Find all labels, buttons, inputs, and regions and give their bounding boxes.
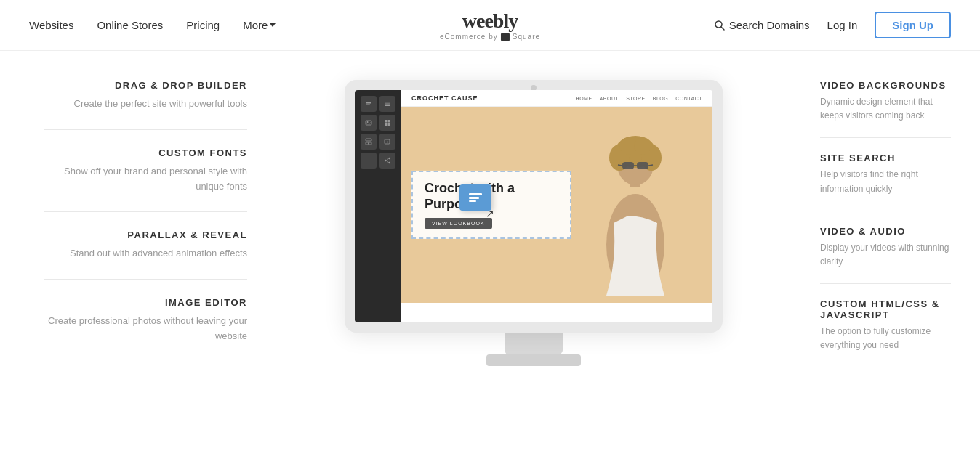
nav-link-home: HOME <box>576 96 593 101</box>
svg-point-19 <box>388 158 390 159</box>
builder-icon-text <box>361 96 377 112</box>
logo-wordmark: weebly <box>462 9 518 33</box>
builder-icon-share <box>379 153 395 169</box>
feature-image-editor-desc: Create professional photos without leavi… <box>44 314 247 344</box>
builder-icon-image <box>361 115 377 131</box>
feature-image-editor-title: IMAGE EDITOR <box>44 297 247 308</box>
builder-sidebar <box>355 90 401 322</box>
site-logo: CROCHET CAUSE <box>411 94 478 102</box>
svg-rect-24 <box>469 193 482 195</box>
site-nav: CROCHET CAUSE HOME ABOUT STORE BLOG CONT… <box>401 90 712 107</box>
feature-custom-fonts-title: CUSTOM FONTS <box>44 147 247 158</box>
builder-icon-grid <box>379 115 395 131</box>
search-icon <box>715 20 725 31</box>
feature-video-audio: VIDEO & AUDIO Display your videos with s… <box>820 226 951 284</box>
nav-pricing[interactable]: Pricing <box>186 19 220 31</box>
svg-rect-18 <box>366 158 371 163</box>
svg-point-34 <box>634 137 651 155</box>
builder-icon-video <box>379 134 395 150</box>
monitor-frame: ↗ CROCHET CAUSE HOME ABOUT STORE BLOG CO… <box>345 80 723 333</box>
svg-rect-4 <box>385 102 390 102</box>
svg-line-1 <box>721 27 724 30</box>
svg-rect-36 <box>637 162 648 169</box>
svg-rect-6 <box>385 105 390 106</box>
nav-online-stores[interactable]: Online Stores <box>97 19 163 31</box>
feature-video-bg-title: VIDEO BACKGROUNDS <box>820 80 951 91</box>
feature-parallax-desc: Stand out with advanced animation effect… <box>44 246 247 261</box>
svg-rect-5 <box>385 103 390 104</box>
feature-custom-html-desc: The option to fully customize everything… <box>820 325 951 352</box>
header: Websites Online Stores Pricing More weeb… <box>0 0 980 51</box>
svg-point-0 <box>715 21 722 28</box>
main-content: DRAG & DROP BUILDER Create the perfect s… <box>0 51 980 401</box>
feature-drag-drop: DRAG & DROP BUILDER Create the perfect s… <box>44 80 247 130</box>
nav-link-contact: CONTACT <box>675 96 702 101</box>
monitor-screen: ↗ CROCHET CAUSE HOME ABOUT STORE BLOG CO… <box>355 90 712 322</box>
chevron-down-icon <box>270 23 276 27</box>
hero-text-box: Crochet with a Purpose VIEW LOOKBOOK <box>411 171 571 239</box>
nav-left: Websites Online Stores Pricing More <box>29 19 276 31</box>
feature-video-audio-title: VIDEO & AUDIO <box>820 226 951 237</box>
feature-custom-fonts-desc: Show off your brand and personal style w… <box>44 164 247 195</box>
svg-rect-15 <box>369 142 372 145</box>
builder-icon-shape <box>361 153 377 169</box>
svg-rect-3 <box>366 105 370 106</box>
svg-rect-9 <box>385 120 387 123</box>
builder-icon-menu <box>379 96 395 112</box>
feature-custom-html-title: CUSTOM HTML/CSS & JAVASCRIPT <box>820 299 951 320</box>
cursor-icon: ↗ <box>486 208 496 222</box>
svg-point-21 <box>388 162 390 163</box>
site-hero: Crochet with a Purpose VIEW LOOKBOOK <box>401 107 712 303</box>
nav-right: Search Domains Log In Sign Up <box>715 12 951 38</box>
nav-link-blog: BLOG <box>653 96 668 101</box>
svg-rect-13 <box>366 139 371 141</box>
feature-site-search: SITE SEARCH Help visitors find the right… <box>820 153 951 211</box>
logo: weebly eCommerce by Square <box>440 9 540 41</box>
nav-more[interactable]: More <box>243 19 276 31</box>
feature-parallax: PARALLAX & REVEAL Stand out with advance… <box>44 230 247 280</box>
svg-line-38 <box>618 165 622 166</box>
search-domains-link[interactable]: Search Domains <box>715 19 810 31</box>
center-monitor: ↗ CROCHET CAUSE HOME ABOUT STORE BLOG CO… <box>247 80 820 366</box>
feature-video-audio-desc: Display your videos with stunning clarit… <box>820 241 951 269</box>
hero-person-image <box>565 107 705 303</box>
svg-rect-26 <box>469 200 476 202</box>
nav-link-about: ABOUT <box>600 96 619 101</box>
feature-site-search-title: SITE SEARCH <box>820 153 951 163</box>
hero-cta-button: VIEW LOOKBOOK <box>425 218 492 229</box>
nav-websites[interactable]: Websites <box>29 19 73 31</box>
svg-rect-25 <box>469 197 479 199</box>
left-features: DRAG & DROP BUILDER Create the perfect s… <box>0 80 247 379</box>
feature-drag-drop-desc: Create the perfect site with powerful to… <box>44 97 247 112</box>
feature-image-editor: IMAGE EDITOR Create professional photos … <box>44 297 247 362</box>
site-nav-links: HOME ABOUT STORE BLOG CONTACT <box>576 96 702 101</box>
svg-rect-11 <box>385 123 387 126</box>
svg-point-8 <box>367 121 369 123</box>
signup-button[interactable]: Sign Up <box>875 12 951 38</box>
svg-rect-35 <box>622 162 634 169</box>
svg-marker-17 <box>387 141 389 143</box>
feature-parallax-title: PARALLAX & REVEAL <box>44 230 247 240</box>
svg-point-20 <box>385 160 386 161</box>
svg-rect-10 <box>388 120 391 123</box>
svg-line-22 <box>387 159 389 161</box>
builder-icon-layout <box>361 134 377 150</box>
monitor-stand <box>505 333 563 354</box>
svg-rect-12 <box>388 123 391 126</box>
svg-rect-2 <box>366 102 371 104</box>
svg-line-23 <box>387 161 389 163</box>
nav-link-store: STORE <box>626 96 646 101</box>
feature-custom-html: CUSTOM HTML/CSS & JAVASCRIPT The option … <box>820 299 951 367</box>
svg-rect-14 <box>366 142 369 145</box>
logo-subtitle: eCommerce by Square <box>440 33 540 41</box>
square-logo-icon <box>501 33 510 41</box>
drag-element <box>459 184 491 211</box>
feature-site-search-desc: Help visitors find the right information… <box>820 168 951 195</box>
svg-line-39 <box>648 165 653 166</box>
monitor-base <box>486 354 581 366</box>
feature-custom-fonts: CUSTOM FONTS Show off your brand and per… <box>44 147 247 213</box>
feature-video-bg: VIDEO BACKGROUNDS Dynamic design element… <box>820 80 951 138</box>
right-features: VIDEO BACKGROUNDS Dynamic design element… <box>820 80 980 368</box>
login-button[interactable]: Log In <box>827 19 858 31</box>
site-preview: ↗ CROCHET CAUSE HOME ABOUT STORE BLOG CO… <box>401 90 712 322</box>
